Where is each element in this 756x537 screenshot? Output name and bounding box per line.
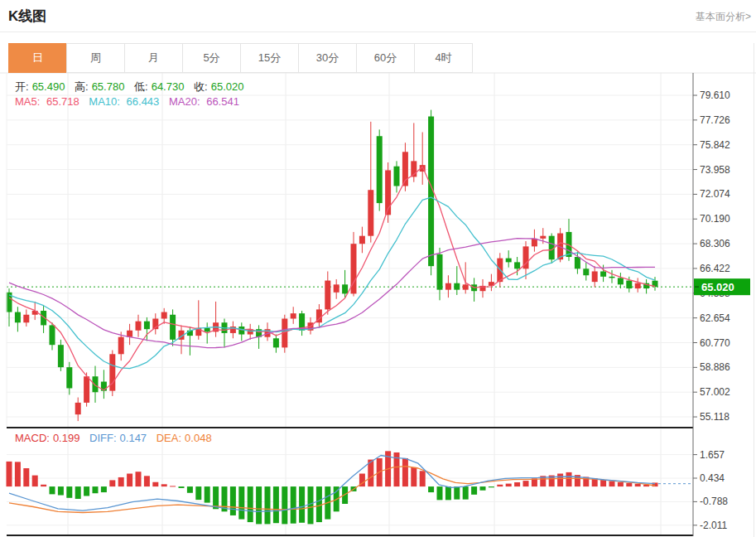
open-label: 开:: [15, 80, 29, 93]
ma10-label: MA10:: [89, 95, 120, 108]
open-value: 65.490: [32, 80, 65, 93]
macd-legend: MACD:0.199 DIFF:0.147 DEA:0.048: [15, 432, 219, 444]
ma10-value: 66.443: [127, 95, 160, 108]
svg-text:65.020: 65.020: [701, 281, 734, 293]
main-axis-tick-label: 77.726: [700, 114, 730, 126]
tab-month[interactable]: 月: [124, 43, 183, 73]
macd-bars-group: [7, 451, 658, 524]
ma20-label: MA20:: [169, 95, 200, 108]
ma5-value: 65.718: [46, 95, 79, 108]
tab-30min[interactable]: 30分: [298, 43, 357, 73]
tab-day[interactable]: 日: [8, 43, 67, 73]
macd-axis-tick-label: 0.434: [700, 472, 725, 484]
macd-axis-tick-label: -2.011: [700, 520, 727, 531]
macd-label: MACD:: [15, 432, 50, 444]
main-axis-tick-label: 68.306: [700, 238, 730, 249]
macd-axis-tick-label: 1.657: [700, 449, 725, 461]
close-value: 65.020: [211, 80, 244, 93]
main-axis-tick-label: 72.074: [700, 188, 730, 200]
main-axis-tick-label: 57.002: [700, 386, 730, 398]
ohlc-legend: 开:65.490 高:65.780 低:64.730 收:65.020: [15, 80, 250, 94]
macd-axis-tick-label: -0.788: [700, 496, 728, 507]
diff-label: DIFF:: [89, 432, 117, 444]
dea-value: 0.048: [185, 432, 212, 444]
tab-5min[interactable]: 5分: [182, 43, 241, 73]
current-price-badge: 65.020: [694, 278, 750, 295]
main-axis-tick-label: 79.610: [700, 90, 730, 101]
ma5-line: [9, 167, 655, 389]
high-value: 65.780: [92, 80, 125, 93]
kline-page: K线图 基本面分析> 日 周 月 5分 15分 30分 60分 4时 开:65.…: [0, 0, 756, 537]
tab-15min[interactable]: 15分: [240, 43, 299, 73]
low-label: 低:: [134, 80, 148, 93]
main-axis-tick-label: 55.118: [700, 411, 730, 423]
dea-label: DEA:: [156, 432, 181, 444]
tab-60min[interactable]: 60分: [356, 43, 415, 73]
main-axis-tick-label: 75.842: [700, 139, 730, 151]
main-axis-tick-label: 73.958: [700, 164, 730, 176]
tab-week[interactable]: 周: [66, 43, 125, 73]
close-label: 收:: [194, 80, 208, 93]
ma-legend: MA5: 65.718 MA10: 66.443 MA20: 66.541: [15, 95, 246, 108]
main-axis-tick-label: 70.190: [700, 213, 730, 225]
candles-group: [7, 110, 658, 422]
period-tabs: 日 周 月 5分 15分 30分 60分 4时: [8, 43, 473, 73]
main-axis-tick-label: 66.422: [700, 263, 730, 274]
main-axis-tick-label: 62.654: [700, 312, 730, 324]
low-value: 64.730: [152, 80, 185, 93]
diff-value: 0.147: [120, 432, 147, 444]
main-axis-tick-label: 58.886: [700, 361, 730, 373]
high-label: 高:: [75, 80, 89, 93]
ma5-label: MA5:: [15, 95, 40, 108]
tab-4hour[interactable]: 4时: [414, 43, 473, 73]
macd-value: 0.199: [53, 432, 80, 444]
ma20-value: 66.541: [206, 95, 239, 108]
main-axis-tick-label: 60.770: [700, 337, 730, 349]
